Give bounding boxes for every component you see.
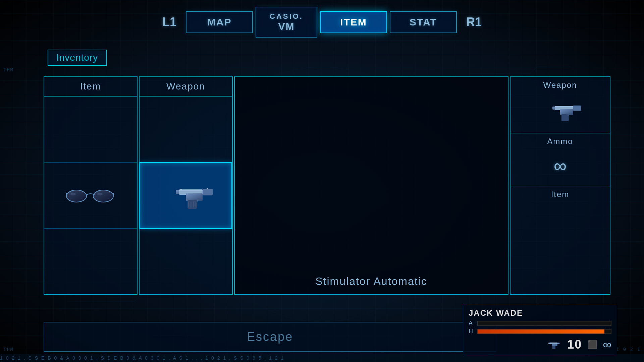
hud-health-bar [477, 329, 611, 334]
escape-bar[interactable]: Escape [44, 322, 496, 352]
item-slot-3[interactable] [44, 229, 137, 294]
hud-armor-bar [477, 321, 611, 326]
nav-btn-casio-vm[interactable]: CASIO. VM [256, 7, 317, 38]
pistol-icon [156, 181, 216, 211]
hud-health-fill [478, 329, 604, 334]
hud-stats: A H [469, 320, 611, 335]
corner-text-tl: THM [3, 67, 14, 72]
hud-bottom-row: 10 ⬛ ∞ [469, 338, 611, 352]
nav-btn-item[interactable]: ITEM [320, 11, 387, 33]
inventory-title: Inventory [48, 50, 107, 66]
svg-rect-32 [552, 344, 557, 346]
weapon-slot-1[interactable] [140, 97, 232, 162]
corner-text-br: 1 0 2 1 [616, 347, 641, 352]
hud-player-name: JACK WADE [469, 308, 611, 318]
nav-btn-map[interactable]: MAP [186, 11, 253, 33]
right-ammo-section: Ammo ∞ [511, 133, 610, 186]
svg-point-10 [97, 193, 103, 195]
svg-rect-23 [179, 190, 203, 191]
item-column: Item [44, 76, 138, 295]
casio-bottom-label: VM [270, 21, 303, 32]
weapon-slots [140, 97, 232, 294]
item-col-header: Item [44, 77, 137, 97]
svg-rect-29 [555, 106, 573, 107]
preview-panel: Stimulator Automatic [234, 76, 508, 295]
hud-gun-icon [542, 340, 562, 350]
top-nav: L1 MAP CASIO. VM ITEM STAT R1 [0, 7, 644, 38]
inventory-area: Item [44, 76, 610, 295]
hud-ammo-infinity: ∞ [603, 338, 611, 352]
item-slot-2[interactable] [44, 163, 137, 229]
hud-health-row: H [469, 328, 611, 335]
right-ammo-display: ∞ [554, 149, 567, 182]
nav-label-l1: L1 [156, 15, 183, 29]
weapon-column: Weapon [139, 76, 233, 295]
svg-rect-28 [561, 114, 569, 121]
right-weapon-section: Weapon [511, 77, 610, 133]
svg-rect-25 [573, 106, 581, 111]
escape-label: Escape [247, 330, 293, 344]
casio-top-label: CASIO. [270, 12, 303, 21]
sunglasses-icon [64, 185, 117, 205]
weapon-slot-2[interactable] [140, 162, 232, 229]
svg-rect-22 [207, 188, 208, 189]
nav-label-r1: R1 [460, 15, 488, 29]
weapon-col-header: Weapon [140, 77, 232, 97]
svg-rect-33 [552, 346, 555, 349]
hud-armor-label: A [469, 320, 475, 327]
ammo-infinity: ∞ [554, 155, 567, 176]
item-slots [44, 97, 137, 294]
preview-item-name: Stimulator Automatic [309, 268, 434, 294]
svg-point-5 [66, 190, 87, 202]
ticker-text: 1 0 2 1 . S S E B 0 & A 0 3 0 1 . S S E … [0, 355, 284, 361]
svg-point-6 [93, 190, 113, 202]
right-pistol-icon [537, 99, 584, 123]
hud-bullet-icon: ⬛ [587, 340, 597, 349]
bottom-ticker: 1 0 2 1 . S S E B 0 & A 0 3 0 1 . S S E … [0, 354, 644, 362]
right-item-label: Item [551, 190, 570, 199]
hud-health-label: H [469, 328, 475, 335]
svg-rect-12 [203, 189, 213, 195]
right-info-panel: Weapon [510, 76, 610, 295]
hud-panel: JACK WADE A H 10 ⬛ ∞ [463, 305, 617, 355]
right-weapon-display [537, 93, 584, 129]
corner-text-bl: THM [3, 347, 14, 352]
svg-point-9 [70, 193, 76, 195]
nav-btn-stat[interactable]: STAT [390, 11, 457, 33]
right-item-section: Item [511, 186, 610, 294]
hud-armor-row: A [469, 320, 611, 327]
svg-rect-14 [186, 193, 203, 201]
hud-ammo-count: 10 [567, 338, 582, 352]
item-slot-1[interactable] [44, 97, 137, 163]
weapon-slot-3[interactable] [140, 229, 232, 294]
right-weapon-label: Weapon [543, 80, 577, 90]
svg-rect-27 [560, 109, 573, 115]
svg-rect-15 [187, 200, 197, 209]
right-ammo-label: Ammo [547, 137, 573, 146]
